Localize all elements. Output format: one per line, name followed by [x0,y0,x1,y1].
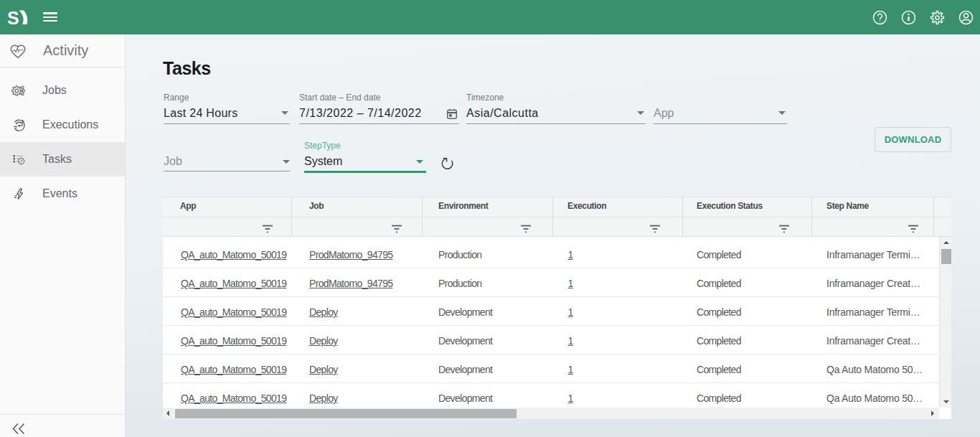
svg-text:S: S [7,8,19,27]
